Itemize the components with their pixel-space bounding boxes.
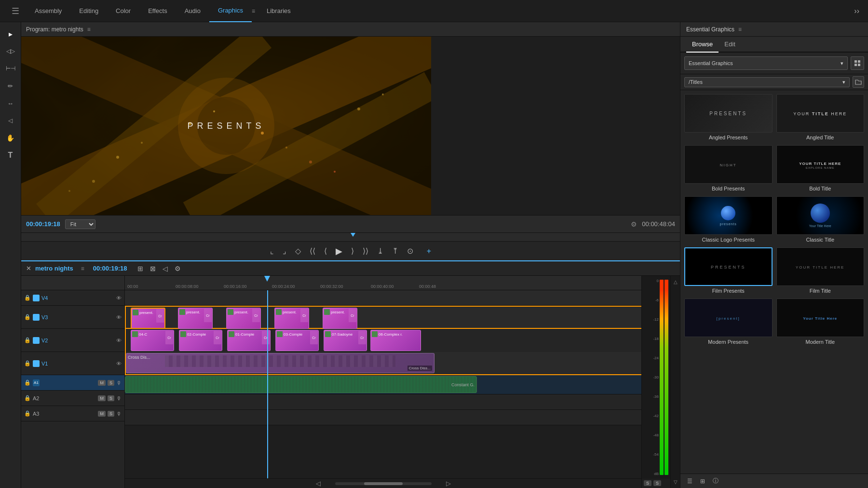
v2-clip-5[interactable]: 07-Sadoyne Cr	[324, 330, 367, 351]
new-folder-button[interactable]	[853, 76, 864, 88]
zoom-scrollbar[interactable]	[335, 482, 432, 485]
pen-tool[interactable]: ✏	[3, 78, 18, 94]
timeline-timecode[interactable]: 00:00:19:18	[93, 265, 127, 272]
mark-out-button[interactable]: ⌟	[280, 244, 289, 258]
nav-more-button[interactable]: ››	[850, 7, 863, 15]
a1-clip[interactable]: Constant G.	[125, 376, 477, 393]
a2-track[interactable]	[125, 394, 641, 410]
a2-mute-button[interactable]: M	[98, 395, 106, 401]
program-monitor-menu[interactable]: ≡	[87, 26, 91, 33]
razor-tool[interactable]: ◁	[3, 113, 18, 128]
slip-tool[interactable]: ↔	[3, 95, 18, 111]
a3-solo-button[interactable]: S	[108, 411, 114, 417]
v2-clip-3[interactable]: 01-Comple Cr	[227, 330, 271, 351]
v3-eye-icon[interactable]: 👁	[116, 314, 122, 320]
timeline-settings[interactable]: ⚙	[172, 263, 183, 274]
v1-track[interactable]: Cross Dis... Cross Diss...	[125, 352, 641, 375]
nav-editing[interactable]: Editing	[70, 0, 107, 22]
template-classic-title[interactable]: Your Title Here Classic Title	[776, 196, 865, 244]
v2-eye-icon[interactable]: 👁	[116, 338, 122, 343]
v3-clip-1[interactable]: present. Cr	[131, 308, 165, 329]
text-tool[interactable]: T	[3, 148, 18, 163]
a2-lock-icon[interactable]: 🔒	[24, 395, 31, 401]
template-modern-title[interactable]: Your Title Here Modern Title	[776, 298, 865, 347]
zoom-scroll-right[interactable]: ▷	[446, 480, 451, 487]
template-film-title[interactable]: YOUR TITLE HERE Film Title	[776, 247, 865, 296]
play-button[interactable]: ▶	[333, 244, 345, 258]
v1-main-clip[interactable]: Cross Dis... Cross Diss...	[126, 353, 434, 373]
nav-graphics[interactable]: Graphics	[209, 0, 252, 22]
a3-mic-icon[interactable]: 🎙	[116, 411, 122, 417]
template-angled-title[interactable]: YOUR TITLE HERE Angled Title	[776, 94, 865, 142]
monitor-timeline-ruler[interactable]	[21, 232, 680, 241]
a1-solo-button[interactable]: S	[108, 380, 114, 386]
v2-clip-6[interactable]: 06-Complex r.	[370, 330, 421, 351]
a1-lock-icon[interactable]: 🔒	[24, 380, 31, 386]
camera-button[interactable]: ⊙	[404, 244, 416, 258]
go-to-out-button[interactable]: ⟩⟩	[360, 244, 371, 258]
nav-libraries[interactable]: Libraries	[258, 0, 299, 22]
go-to-in-button[interactable]: ⟨⟨	[307, 244, 318, 258]
grid-view-button[interactable]: ⊞	[697, 477, 708, 486]
v2-clip-1[interactable]: 04-C Cr	[131, 330, 174, 351]
track-select-tool[interactable]: ◁▷	[3, 43, 18, 59]
v3-clip-2[interactable]: present. Cr	[178, 308, 213, 329]
v4-eye-icon[interactable]: 👁	[116, 295, 122, 301]
selection-tool[interactable]: ▸	[3, 26, 18, 41]
a1-track[interactable]: Constant G.	[125, 375, 641, 394]
mark-in-button[interactable]: ⌞	[267, 244, 277, 258]
a2-mic-icon[interactable]: 🎙	[116, 395, 122, 401]
nav-audio[interactable]: Audio	[176, 0, 209, 22]
list-view-button[interactable]: ☰	[684, 477, 695, 486]
a1-mic-icon[interactable]: 🎙	[116, 380, 122, 386]
nav-color[interactable]: Color	[107, 0, 139, 22]
template-classic-logo-presents[interactable]: presents Classic Logo Presents	[684, 196, 773, 244]
ripple-edit-tool[interactable]: ⊢⊣	[3, 61, 18, 76]
tab-edit[interactable]: Edit	[719, 37, 741, 53]
template-angled-presents[interactable]: PRESENTS Angled Presents	[684, 94, 773, 142]
v1-eye-icon[interactable]: 👁	[116, 361, 122, 366]
add-button[interactable]: +	[424, 245, 434, 258]
essential-graphics-menu[interactable]: ≡	[738, 26, 742, 33]
current-timecode[interactable]: 00:00:19:18	[26, 220, 60, 228]
mark-clip-button[interactable]: ◇	[292, 244, 304, 258]
template-film-presents[interactable]: PRESENTS Film Presents	[684, 247, 773, 296]
linked-selection[interactable]: ⊠	[148, 263, 158, 274]
v3-track[interactable]: present. Cr present. Cr	[125, 306, 641, 329]
insert-button[interactable]: ⤓	[374, 244, 386, 258]
fit-dropdown[interactable]: Fit 25% 50% 100%	[65, 219, 95, 229]
filter-dropdown[interactable]: /Titles ▾	[684, 77, 850, 87]
vu-s-button-1[interactable]: S	[644, 480, 651, 486]
v3-clip-5[interactable]: present. Cr	[323, 308, 357, 329]
step-forward-button[interactable]: ⟩	[348, 244, 357, 258]
v2-clip-2[interactable]: 02-Comple Cr	[179, 330, 222, 351]
zoom-scroll-left[interactable]: ◁	[316, 480, 321, 487]
template-bold-title[interactable]: YOUR TITLE HERE EXPLORE NAME Bold Title	[776, 145, 865, 193]
v2-clip-4[interactable]: 03-Comple Cr	[275, 330, 319, 351]
monitor-playhead[interactable]	[351, 233, 355, 242]
nav-effects[interactable]: Effects	[139, 0, 176, 22]
manage-button[interactable]	[851, 56, 864, 70]
snap-tool[interactable]: ⊞	[135, 263, 146, 274]
hand-tool[interactable]: ✋	[3, 130, 18, 146]
v1-lock-icon[interactable]: 🔒	[24, 360, 31, 366]
source-dropdown[interactable]: Essential Graphics ▾	[684, 56, 848, 70]
a3-track[interactable]	[125, 410, 641, 425]
add-marker[interactable]: ◁	[160, 263, 170, 274]
v2-lock-icon[interactable]: 🔒	[24, 337, 31, 343]
timeline-close-icon[interactable]: ✕	[26, 265, 31, 272]
a1-mute-button[interactable]: M	[98, 380, 106, 386]
v4-lock-icon[interactable]: 🔒	[24, 295, 31, 301]
vu-s-button-2[interactable]: S	[653, 480, 661, 486]
tab-browse[interactable]: Browse	[686, 37, 719, 53]
timeline-scroll-up[interactable]: △	[674, 278, 678, 286]
a3-lock-icon[interactable]: 🔒	[24, 410, 31, 417]
nav-assembly[interactable]: Assembly	[26, 0, 70, 22]
v3-clip-3[interactable]: present. Cr	[226, 308, 261, 329]
settings-icon[interactable]: ⚙	[631, 220, 637, 228]
step-back-button[interactable]: ⟨	[321, 244, 330, 258]
timeline-menu-icon[interactable]: ≡	[81, 265, 84, 272]
v3-clip-4[interactable]: present. Cr	[274, 308, 309, 329]
a3-mute-button[interactable]: M	[98, 411, 106, 417]
info-button[interactable]: ⓘ	[710, 476, 721, 486]
